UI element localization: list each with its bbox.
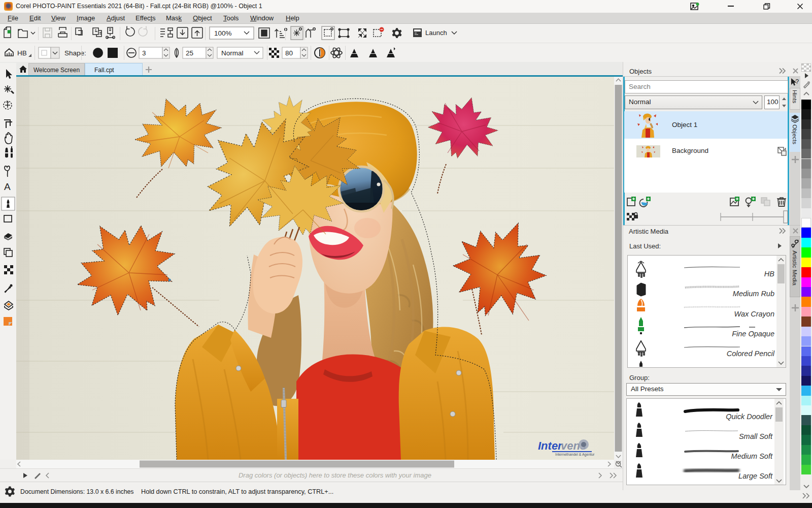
svg-text:Launch: Launch [425,29,447,37]
svg-text:Normal: Normal [221,49,244,57]
svg-text:Small Soft: Small Soft [739,432,773,440]
svg-text:Medium Rub: Medium Rub [733,290,774,298]
svg-text:Medium Soft: Medium Soft [731,452,773,460]
svg-text:Inter: Inter [538,439,563,452]
svg-text:80: 80 [285,49,293,57]
svg-text:?: ? [795,78,799,85]
svg-text:Wax Crayon: Wax Crayon [734,310,774,318]
svg-text:25: 25 [186,49,193,57]
svg-text:A: A [4,181,11,192]
svg-text:Internethandel & Agentur: Internethandel & Agentur [555,453,595,457]
svg-text:HB: HB [764,270,774,278]
svg-text:Large Soft: Large Soft [738,472,773,480]
svg-text:Fine Opaque: Fine Opaque [732,330,774,338]
svg-text:Quick Doodler: Quick Doodler [726,412,773,421]
svg-text:Shape:: Shape: [64,49,86,57]
svg-text:HB: HB [17,49,27,57]
svg-text:3: 3 [142,49,146,57]
svg-text:100%: 100% [214,29,232,37]
svg-text:Colored Pencil: Colored Pencil [727,350,775,358]
